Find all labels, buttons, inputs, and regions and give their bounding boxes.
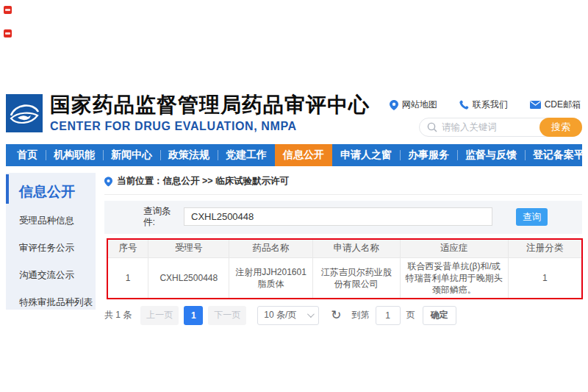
query-panel: 查询条 件: 查询 xyxy=(104,201,582,234)
location-pin-icon xyxy=(390,100,398,110)
top-links: 网站地图 联系我们 CDE邮箱 xyxy=(390,99,581,111)
col-applicant: 申请人名称 xyxy=(312,240,400,257)
refresh-icon[interactable]: ↻ xyxy=(331,309,341,321)
cell-registration-class: 1 xyxy=(508,257,581,298)
breadcrumb: 当前位置：信息公开 >> 临床试验默示许可 xyxy=(104,175,582,195)
nav-item-news[interactable]: 新闻中心 xyxy=(103,144,160,166)
main-content: 当前位置：信息公开 >> 临床试验默示许可 查询条 件: 查询 序号 受理号 xyxy=(104,175,582,325)
query-button[interactable]: 查询 xyxy=(516,208,548,226)
site-subtitle: CENTER FOR DRUG EVALUATION, NMPA xyxy=(50,120,370,133)
sidebar-title: 信息公开 xyxy=(6,173,96,202)
search-button[interactable]: 搜索 xyxy=(539,118,582,137)
nav-item-info-disclosure[interactable]: 信息公开 xyxy=(275,144,332,166)
sitemap-label: 网站地图 xyxy=(402,99,437,111)
cell-indication: 联合西妥昔单抗(β)和/或特瑞普利单抗用于晚期头颈部鳞癌。 xyxy=(400,257,508,298)
nav-item-supervision[interactable]: 监督与反馈 xyxy=(457,144,525,166)
confirm-button[interactable]: 确定 xyxy=(423,306,456,325)
red-marker-icon xyxy=(4,6,12,14)
cell-applicant: 江苏吉贝尔药业股份有限公司 xyxy=(312,257,400,298)
location-pin-icon xyxy=(104,177,112,187)
nav-item-home[interactable]: 首页 xyxy=(9,144,46,166)
query-label: 查询条 件: xyxy=(143,206,176,228)
page-number-button[interactable]: 1 xyxy=(184,306,203,325)
red-marker-icon xyxy=(4,29,12,38)
nav-item-party[interactable]: 党建工作 xyxy=(218,144,275,166)
page-size-select[interactable]: 10 条/页 xyxy=(257,306,319,325)
col-indication: 适应症 xyxy=(400,240,508,257)
col-registration-class: 注册分类 xyxy=(508,240,581,257)
search-icon xyxy=(427,122,437,132)
prev-page-button[interactable]: 上一页 xyxy=(140,306,179,325)
page-size-value: 10 条/页 xyxy=(264,309,296,321)
total-count: 共 1 条 xyxy=(104,309,132,321)
contact-link[interactable]: 联系我们 xyxy=(459,99,508,111)
main-nav: 首页 机构职能 新闻中心 政策法规 党建工作 信息公开 申请人之窗 办事服务 监… xyxy=(6,144,582,166)
nav-item-applicant[interactable]: 申请人之窗 xyxy=(332,144,400,166)
mail-label: CDE邮箱 xyxy=(545,99,581,111)
envelope-icon xyxy=(530,101,541,109)
nav-item-services[interactable]: 办事服务 xyxy=(400,144,457,166)
search-input[interactable] xyxy=(437,122,539,132)
cde-logo xyxy=(6,94,43,132)
next-page-button[interactable]: 下一页 xyxy=(208,306,246,325)
cell-acceptance-no: CXHL2500448 xyxy=(148,257,229,298)
sidebar-item-review-tasks[interactable]: 审评任务公示 xyxy=(6,242,96,254)
sidebar: 信息公开 受理品种信息 审评任务公示 沟通交流公示 特殊审批品种列表 xyxy=(6,173,96,310)
nav-item-registration[interactable]: 登记备案平台 xyxy=(525,144,588,166)
cell-drug-name: 注射用JJH201601脂质体 xyxy=(229,257,312,298)
results-table: 序号 受理号 药品名称 申请人名称 适应症 注册分类 1 CXHL2500448… xyxy=(108,240,581,298)
col-acceptance-no: 受理号 xyxy=(148,240,229,257)
cde-logo-emblem xyxy=(6,94,43,132)
chevron-down-icon xyxy=(307,310,315,318)
page: 国家药品监督管理局药品审评中心 CENTER FOR DRUG EVALUATI… xyxy=(0,0,588,392)
sidebar-accent-bar xyxy=(6,174,9,204)
site-title: 国家药品监督管理局药品审评中心 xyxy=(50,93,370,118)
sidebar-item-special-approval[interactable]: 特殊审批品种列表 xyxy=(6,296,96,309)
mail-link[interactable]: CDE邮箱 xyxy=(530,99,581,111)
goto-prefix: 到第 xyxy=(352,309,370,321)
sidebar-item-communication[interactable]: 沟通交流公示 xyxy=(6,269,96,282)
cell-serial: 1 xyxy=(108,257,148,298)
col-drug-name: 药品名称 xyxy=(229,240,312,257)
sitemap-link[interactable]: 网站地图 xyxy=(390,99,437,111)
table-header-row: 序号 受理号 药品名称 申请人名称 适应症 注册分类 xyxy=(108,240,581,257)
col-serial: 序号 xyxy=(108,240,148,257)
nav-item-policy[interactable]: 政策法规 xyxy=(160,144,218,166)
results-table-highlight: 序号 受理号 药品名称 申请人名称 适应症 注册分类 1 CXHL2500448… xyxy=(107,238,583,299)
phone-icon xyxy=(459,100,469,110)
goto-suffix: 页 xyxy=(406,309,415,321)
query-input[interactable] xyxy=(184,207,492,226)
site-header: 国家药品监督管理局药品审评中心 CENTER FOR DRUG EVALUATI… xyxy=(6,93,582,137)
sidebar-item-accepted-varieties[interactable]: 受理品种信息 xyxy=(6,215,96,227)
goto-page-input[interactable] xyxy=(376,306,401,325)
pagination: 共 1 条 上一页 1 下一页 10 条/页 ↻ 到第 页 确定 xyxy=(104,306,582,325)
nav-item-org[interactable]: 机构职能 xyxy=(46,144,103,166)
table-row: 1 CXHL2500448 注射用JJH201601脂质体 江苏吉贝尔药业股份有… xyxy=(108,257,581,298)
breadcrumb-text: 当前位置：信息公开 >> 临床试验默示许可 xyxy=(117,175,289,188)
contact-label: 联系我们 xyxy=(473,99,508,111)
search-bar: 搜索 xyxy=(419,118,582,137)
